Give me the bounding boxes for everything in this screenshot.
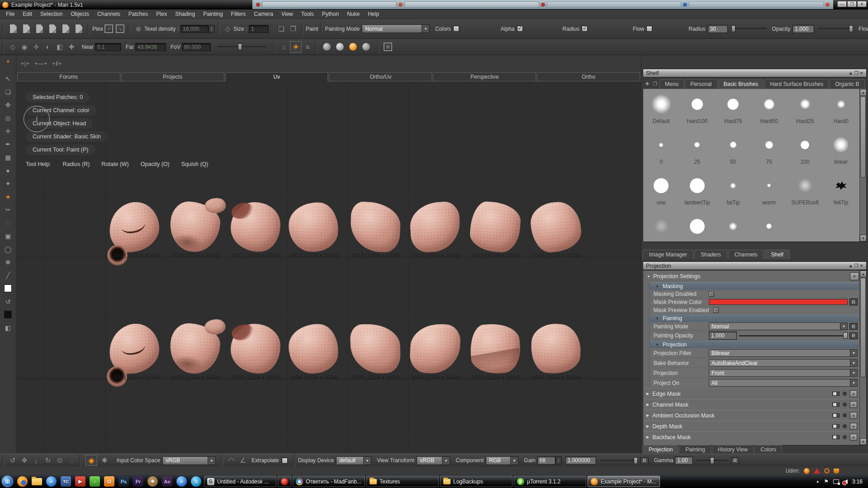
total-commander-icon[interactable]: TC <box>61 476 71 487</box>
ptex-decrease-icon[interactable]: ↘ <box>116 24 124 33</box>
brush-hard25[interactable]: Hard25 <box>787 91 823 132</box>
uv-patch[interactable] <box>230 323 281 374</box>
section-enable-icon[interactable] <box>843 392 847 396</box>
drop-icon[interactable]: ↓ <box>30 455 42 466</box>
explorer-folder-icon[interactable] <box>32 476 42 487</box>
brush-100[interactable]: 100 <box>787 132 823 172</box>
brush-radius-field[interactable]: 30 <box>708 25 728 33</box>
projection-title-bar[interactable]: Projection ▲ ❐ ✕ <box>643 261 867 270</box>
tab-ortho[interactable]: Ortho <box>537 72 640 81</box>
radius-toggle-checkbox[interactable] <box>582 26 588 32</box>
add-section-button[interactable]: + <box>850 434 857 441</box>
add-section-button[interactable]: + <box>850 423 857 430</box>
clamp-curve-icon[interactable]: ∠ <box>237 455 249 466</box>
backface-mask-section[interactable]: ▶ Backface Mask + <box>643 431 859 442</box>
uv-patch[interactable] <box>108 200 161 253</box>
show-hidden-icons[interactable]: ▲ <box>816 479 820 483</box>
brush-hard0[interactable]: Hard0 <box>823 91 859 132</box>
expand-icon[interactable]: ▶ <box>646 424 649 428</box>
uv-patch[interactable] <box>350 201 401 253</box>
toolbar-grip[interactable] <box>273 41 276 53</box>
menu-filters[interactable]: Filters <box>227 10 250 18</box>
vortex-tool-icon[interactable]: ❋ <box>1 256 15 269</box>
painting-opacity-field[interactable]: 1.000 <box>709 332 737 340</box>
tab-shelf[interactable]: Shelf <box>764 250 789 259</box>
uv-patch[interactable] <box>529 322 582 375</box>
action-center-flag-icon[interactable]: ⚑ <box>824 479 829 484</box>
texel-density-spinner[interactable] <box>209 25 215 33</box>
masking-group-header[interactable]: ▼Masking <box>650 282 859 290</box>
perspective-cube-icon[interactable]: ◇ <box>7 41 19 53</box>
premiere-icon[interactable]: Pr <box>133 476 143 487</box>
taskbar-button-textures[interactable]: Textures <box>366 476 439 487</box>
brush-0[interactable]: 0 <box>643 132 679 172</box>
lut-curve-icon[interactable]: ◠ <box>225 455 237 466</box>
taskbar-button-autodesk[interactable]: G Untitled - Autodesk ... <box>204 476 276 487</box>
fov-slider[interactable] <box>217 46 267 47</box>
paint-bucket-icon[interactable] <box>834 469 839 474</box>
flow-toggle-checkbox[interactable] <box>646 26 652 32</box>
export-icon[interactable] <box>62 24 69 33</box>
transform-tool-icon[interactable]: ✛ <box>1 124 15 137</box>
skype-icon[interactable]: S <box>191 476 201 487</box>
new-project-icon[interactable] <box>10 24 17 33</box>
menu-camera[interactable]: Camera <box>250 10 277 18</box>
uv-patch[interactable] <box>287 201 340 253</box>
toolbar-grip[interactable] <box>217 23 220 35</box>
start-button[interactable]: ⊞ <box>2 476 13 487</box>
add-section-button[interactable]: + <box>850 401 857 408</box>
uv-patch[interactable] <box>469 200 522 253</box>
slider-handle[interactable] <box>238 43 242 50</box>
brush-supersoft[interactable]: SUPERsoft <box>787 172 823 213</box>
collapse-group-icon[interactable]: ▼ <box>655 284 659 289</box>
brush-radius-slider[interactable] <box>731 28 767 29</box>
projection-mode-dropdown[interactable]: Front <box>709 369 858 377</box>
uv-patch[interactable] <box>409 201 461 253</box>
media-player-icon[interactable]: ▶ <box>75 476 85 487</box>
internet-explorer-icon[interactable]: e <box>46 476 57 487</box>
section-toggle-icon[interactable] <box>832 392 840 396</box>
tab-projection[interactable]: Projection <box>643 445 678 454</box>
tab-projects[interactable]: Projects <box>121 72 224 81</box>
brush-hard50[interactable]: Hard50 <box>751 91 787 132</box>
brush-worm[interactable]: worm <box>751 172 787 213</box>
shape-mask2-icon[interactable]: ◧ <box>54 41 66 53</box>
volume-muted-icon[interactable] <box>844 479 848 484</box>
brush[interactable] <box>751 213 787 242</box>
brush-25[interactable]: 25 <box>679 132 716 172</box>
expand-icon[interactable]: ▶ <box>646 413 649 417</box>
basic-lighting-sphere-icon[interactable] <box>336 43 344 51</box>
rotate-icon[interactable]: ↻ <box>42 455 54 466</box>
scroll-down-icon[interactable]: ▼ <box>860 438 867 445</box>
after-effects-icon[interactable]: Ae <box>162 476 172 487</box>
brush-hard100[interactable]: Hard100 <box>679 91 716 132</box>
brush[interactable] <box>643 213 679 242</box>
taskbar-clock[interactable]: 3:16 <box>852 479 863 485</box>
bake-behavior-dropdown[interactable]: AutoBakeAndClear <box>709 359 858 367</box>
section-enable-icon[interactable] <box>843 424 847 428</box>
size-field[interactable]: 1 <box>249 25 269 33</box>
uv-patch[interactable] <box>230 201 281 253</box>
gamma-reset-button[interactable]: R <box>731 457 739 464</box>
mirror-projection-icon[interactable]: ⊠ <box>384 43 392 51</box>
brush-linear[interactable]: linear <box>823 132 859 172</box>
gain-reset-button[interactable]: R <box>640 457 649 464</box>
expand-icon[interactable]: ▶ <box>646 392 649 396</box>
menu-channels[interactable]: Channels <box>93 10 124 18</box>
taskbar-button-red-app[interactable] <box>278 476 291 487</box>
add-shelf-icon[interactable]: ✚ <box>645 81 649 87</box>
toolbar-grip[interactable] <box>87 23 90 35</box>
toolbar-grip[interactable] <box>377 41 380 53</box>
shelf-tab-personal[interactable]: Personal <box>685 79 717 89</box>
expand-icon[interactable]: ▶ <box>646 403 649 407</box>
zoom-tool-icon[interactable]: ◎ <box>1 111 15 124</box>
paint-through-icon[interactable]: ✦ <box>290 41 302 53</box>
shape-mask-icon[interactable]: ◐ <box>42 41 54 53</box>
view-transform-dropdown[interactable]: sRGB <box>417 456 450 465</box>
close-panel-icon[interactable]: ✕ <box>860 263 863 268</box>
alpha-checkbox[interactable] <box>517 26 523 32</box>
settings-gear-icon[interactable]: ✱ <box>99 455 110 466</box>
fill-rect-tool-icon[interactable]: ▣ <box>1 229 15 242</box>
brush-opacity-field[interactable]: 1.000 <box>792 25 814 33</box>
orbit-icon[interactable]: ⊙ <box>54 455 66 466</box>
